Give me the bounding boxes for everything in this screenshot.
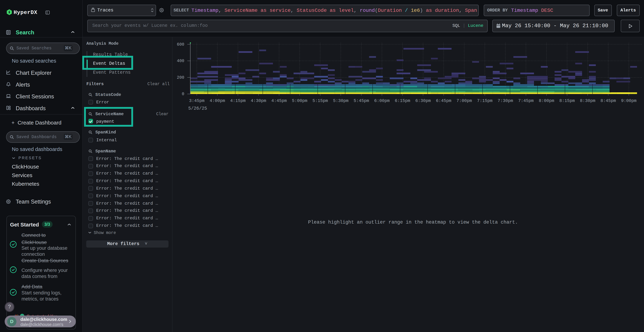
- svg-text:600: 600: [177, 42, 184, 47]
- svg-text:4:45pm: 4:45pm: [271, 98, 287, 103]
- svg-text:4:00pm: 4:00pm: [210, 98, 225, 103]
- svg-text:6:45pm: 6:45pm: [436, 98, 451, 103]
- svg-text:7:45pm: 7:45pm: [518, 98, 534, 103]
- svg-text:4:30pm: 4:30pm: [251, 98, 266, 103]
- svg-text:5/26/25: 5/26/25: [188, 106, 207, 111]
- svg-text:8:00pm: 8:00pm: [539, 98, 554, 103]
- svg-text:400: 400: [177, 59, 184, 63]
- svg-text:0: 0: [182, 92, 184, 96]
- svg-text:7:15pm: 7:15pm: [477, 98, 492, 103]
- svg-text:6:00pm: 6:00pm: [374, 98, 390, 103]
- svg-text:5:30pm: 5:30pm: [333, 98, 348, 103]
- svg-text:8:30pm: 8:30pm: [580, 98, 595, 103]
- svg-text:4:15pm: 4:15pm: [230, 98, 246, 103]
- svg-text:8:45pm: 8:45pm: [600, 98, 616, 103]
- svg-text:8:15pm: 8:15pm: [560, 98, 575, 103]
- svg-text:200: 200: [177, 75, 184, 80]
- svg-text:5:15pm: 5:15pm: [312, 98, 328, 103]
- svg-text:6:15pm: 6:15pm: [395, 98, 410, 103]
- svg-text:7:00pm: 7:00pm: [456, 98, 472, 103]
- svg-text:7:30pm: 7:30pm: [498, 98, 513, 103]
- svg-text:5:45pm: 5:45pm: [354, 98, 369, 103]
- svg-text:5:00pm: 5:00pm: [292, 98, 307, 103]
- svg-text:3:45pm: 3:45pm: [189, 98, 204, 103]
- svg-text:9:00pm: 9:00pm: [621, 98, 636, 103]
- svg-text:6:30pm: 6:30pm: [416, 98, 431, 103]
